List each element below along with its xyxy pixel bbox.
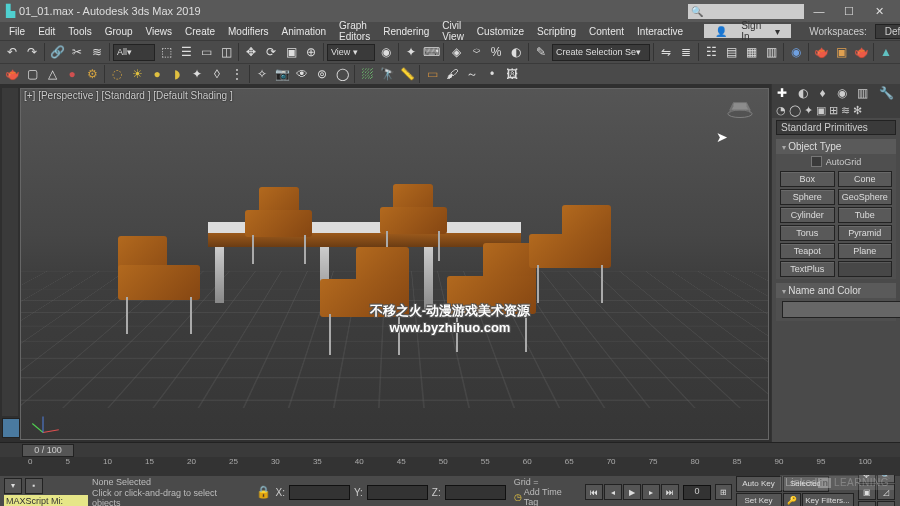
menu-file[interactable]: File [4,25,30,38]
menu-rendering[interactable]: Rendering [378,25,434,38]
menu-modifiers[interactable]: Modifiers [223,25,274,38]
tab-utilities[interactable]: 🔧 [879,86,894,100]
box-icon[interactable]: ▢ [23,65,41,83]
red-tool-icon[interactable]: ● [63,65,81,83]
selection-filter-dropdown[interactable]: All ▾ [113,44,155,61]
autokey-button[interactable]: Auto Key [736,476,782,492]
btn-pyramid[interactable]: Pyramid [838,225,893,241]
time-slider[interactable]: 0 / 100 [0,442,900,457]
cat-lights-icon[interactable]: ✦ [804,104,813,117]
cat-shapes-icon[interactable]: ◯ [789,104,801,117]
add-time-tag[interactable]: ◷Add Time Tag [514,487,573,506]
track-bar[interactable]: 0510152025303540455055606570758085909510… [0,457,900,475]
redo-button[interactable]: ↷ [23,43,41,61]
menu-animation[interactable]: Animation [277,25,331,38]
time-slider-knob[interactable]: 0 / 100 [22,444,74,457]
select-object-button[interactable]: ⬚ [157,43,175,61]
gear-icon[interactable]: ⚙ [83,65,101,83]
maxscript-listener[interactable]: MAXScript Mi: [4,495,88,507]
schematic-view-button[interactable]: ▥ [762,43,780,61]
lights-icon[interactable]: ✦ [188,65,206,83]
subcategory-dropdown[interactable]: Standard Primitives [776,120,896,135]
viewcube[interactable] [726,97,754,119]
image-icon[interactable]: 🖼 [503,65,521,83]
menu-create[interactable]: Create [180,25,220,38]
render-frame-button[interactable]: ▣ [832,43,850,61]
window-crossing-button[interactable]: ◫ [217,43,235,61]
tab-hierarchy[interactable]: ♦ [819,86,825,100]
viewport-tabs[interactable] [2,88,18,416]
btn-cylinder[interactable]: Cylinder [780,207,835,223]
close-button[interactable]: ✕ [864,5,894,18]
ref-coord-dropdown[interactable]: View ▾ [327,44,375,61]
angle-snap-button[interactable]: ⌔ [467,43,485,61]
portal-icon[interactable]: ▭ [423,65,441,83]
prev-frame-button[interactable]: ◂ [604,484,622,500]
tab-motion[interactable]: ◉ [837,86,847,100]
material-editor-button[interactable]: ◉ [787,43,805,61]
bind-spacewarp-button[interactable]: ≋ [88,43,106,61]
toggle-ribbon-button[interactable]: ▤ [722,43,740,61]
menu-civilview[interactable]: Civil View [437,19,469,43]
dome-icon[interactable]: ◗ [168,65,186,83]
cat-cameras-icon[interactable]: ▣ [816,104,826,117]
menu-scripting[interactable]: Scripting [532,25,581,38]
keyfilters-button[interactable]: Key Filters... [802,493,854,507]
rollout-name-color[interactable]: Name and Color [776,283,896,298]
coord-z-field[interactable] [445,485,506,500]
tab-create[interactable]: ✚ [777,86,787,100]
coord-y-field[interactable] [367,485,428,500]
cat-spacewarps-icon[interactable]: ≋ [841,104,850,117]
goto-start-button[interactable]: ⏮ [585,484,603,500]
coord-x-field[interactable] [289,485,350,500]
manipulate-button[interactable]: ✦ [402,43,420,61]
sphere-icon[interactable]: ● [148,65,166,83]
align-button[interactable]: ≣ [677,43,695,61]
sun-icon[interactable]: ☀ [128,65,146,83]
menu-views[interactable]: Views [141,25,178,38]
help-search-input[interactable]: 🔍 [688,4,804,19]
cat-geometry-icon[interactable]: ◔ [776,104,786,117]
menu-interactive[interactable]: Interactive [632,25,688,38]
rollout-object-type[interactable]: Object Type [776,139,896,154]
signin-button[interactable]: 👤 Sign In ▾ [704,24,791,38]
viewport-layout-button[interactable] [2,418,20,438]
btn-textplus[interactable]: TextPlus [780,261,835,277]
rect-region-button[interactable]: ▭ [197,43,215,61]
cat-systems-icon[interactable]: ✻ [853,104,862,117]
time-config-button[interactable]: ⊞ [715,484,732,500]
edit-named-sel-button[interactable]: ✎ [532,43,550,61]
tab-display[interactable]: ▥ [857,86,868,100]
btn-sphere[interactable]: Sphere [780,189,835,205]
compass-icon[interactable]: ✧ [253,65,271,83]
select-name-button[interactable]: ☰ [177,43,195,61]
spinner-snap-button[interactable]: ◐ [507,43,525,61]
btn-teapot[interactable]: Teapot [780,243,835,259]
menu-group[interactable]: Group [100,25,138,38]
menu-customize[interactable]: Customize [472,25,529,38]
btn-box[interactable]: Box [780,171,835,187]
torus-icon[interactable]: ◯ [333,65,351,83]
btn-cone[interactable]: Cone [838,171,893,187]
menu-content[interactable]: Content [584,25,629,38]
nav-orbit-button[interactable]: ⊙ [858,501,876,506]
menu-grapheditors[interactable]: Graph Editors [334,19,375,43]
rotate-button[interactable]: ⟳ [262,43,280,61]
use-pivot-button[interactable]: ◉ [377,43,395,61]
goto-end-button[interactable]: ⏭ [661,484,679,500]
spray-icon[interactable]: ⛆ [358,65,376,83]
trackbar-filter-button[interactable]: ▾ [4,478,22,494]
minimize-button[interactable]: — [804,5,834,17]
path-icon[interactable]: ～ [463,65,481,83]
percent-snap-button[interactable]: % [487,43,505,61]
mirror-button[interactable]: ⇋ [657,43,675,61]
btn-plane[interactable]: Plane [838,243,893,259]
lock-selection-button[interactable]: 🔒 [255,483,272,501]
camera-icon[interactable]: 📷 [273,65,291,83]
viewport-label[interactable]: [+] [Perspective ] [Standard ] [Default … [24,90,233,101]
teapot-icon[interactable]: 🫖 [3,65,21,83]
viewport-perspective[interactable]: [+] [Perspective ] [Standard ] [Default … [20,88,769,440]
undo-button[interactable]: ↶ [3,43,21,61]
nav-max-button[interactable]: ⛶ [877,501,895,506]
particle-icon[interactable]: ⋮ [228,65,246,83]
